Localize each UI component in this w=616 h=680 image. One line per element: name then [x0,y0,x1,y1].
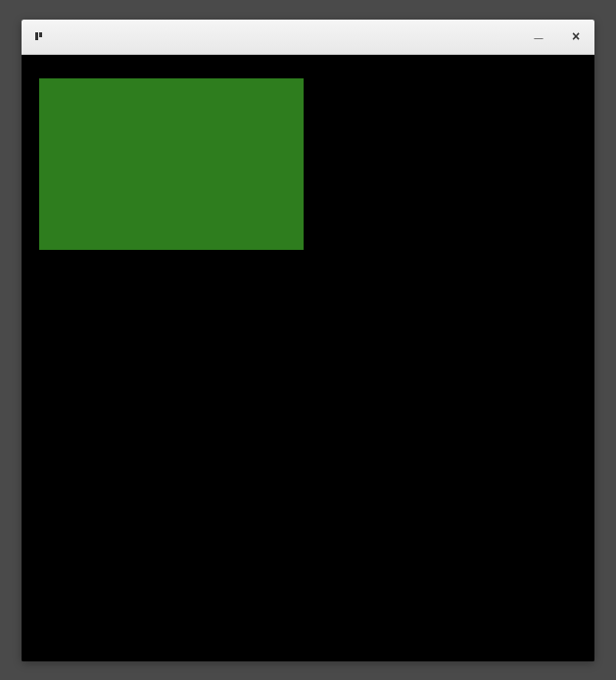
minimize-button[interactable]: _ [532,29,545,43]
svg-rect-1 [39,32,42,37]
close-button[interactable]: × [569,29,583,43]
app-icon [33,30,45,42]
application-window: _ × [22,20,594,661]
green-rectangle [39,78,304,250]
canvas-area [22,55,594,661]
svg-rect-0 [35,32,38,40]
titlebar-right: _ × [532,29,583,43]
window-titlebar[interactable]: _ × [22,20,594,55]
titlebar-left [33,30,51,42]
